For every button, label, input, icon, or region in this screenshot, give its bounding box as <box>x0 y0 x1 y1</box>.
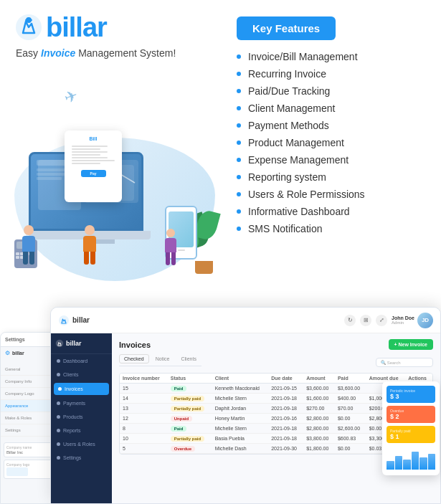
settings-logo-row: ⚙ billar <box>5 350 52 356</box>
feature-item-10: Informative Dashboard <box>237 206 427 217</box>
col-due-date: Due date <box>268 374 303 384</box>
side-card-orange: Overdue $ 2 <box>387 406 435 423</box>
settings-item-settings[interactable]: Settings <box>1 424 57 437</box>
laptop-illustration: Bill Pay <box>29 152 172 267</box>
settings-panel: Settings ⚙ billar General Company Info C… <box>0 332 57 504</box>
bullet-icon-3 <box>237 89 241 93</box>
person-1 <box>18 225 39 268</box>
col-status: Status <box>168 374 212 384</box>
chart-bar-5 <box>419 457 427 470</box>
key-features-button[interactable]: Key Features <box>237 16 336 40</box>
sidebar-item-invoices[interactable]: Invoices <box>54 383 109 395</box>
status-badge: Partially paid <box>171 406 204 412</box>
plant-pot <box>195 261 213 274</box>
bottom-section: Settings ⚙ billar General Company Info C… <box>0 296 441 504</box>
svg-rect-5 <box>37 177 62 180</box>
dashboard-header: billar ↻ ⊞ ⤢ John Doe Admin JD <box>51 308 440 333</box>
status-badge: Overdue <box>171 446 195 452</box>
bullet-icon-4 <box>237 106 241 110</box>
svg-rect-3 <box>37 168 65 171</box>
illustration: ✈ Bill Pay <box>14 66 219 295</box>
nav-dot <box>57 456 60 460</box>
dashboard-logo-text: billar <box>72 316 90 324</box>
bullet-icon-9 <box>237 192 241 196</box>
bullet-icon-5 <box>237 123 241 128</box>
nav-dot <box>57 429 60 432</box>
chart-bar-3 <box>403 460 411 470</box>
settings-item-appearance[interactable]: Appearance <box>1 400 57 412</box>
nav-dot-active <box>58 387 62 391</box>
person-3 <box>161 229 179 268</box>
bullet-icon-6 <box>237 141 241 145</box>
sidebar-item-users-roles[interactable]: Users & Roles <box>51 437 112 451</box>
status-badge: Paid <box>171 426 187 432</box>
dashboard-logo: billar <box>58 315 90 326</box>
grid-icon[interactable]: ⊞ <box>360 315 371 326</box>
right-side: Key Features Invoice/Bill Management Rec… <box>222 13 427 294</box>
user-avatar[interactable]: JD <box>417 313 433 328</box>
tab-checked[interactable]: Checked <box>119 354 149 363</box>
side-card-blue: Periodic invoice $ 3 <box>387 386 435 403</box>
sidebar-item-clients[interactable]: Clients <box>51 368 112 381</box>
feature-item-5: Payment Methods <box>237 120 427 131</box>
feature-item-8: Reporting system <box>237 171 427 183</box>
feature-item-6: Product Management <box>237 137 427 148</box>
expand-icon[interactable]: ⤢ <box>376 315 387 326</box>
page-title: Invoices <box>119 341 384 349</box>
sidebar-item-settings[interactable]: Settings <box>51 451 112 465</box>
logo-text: billar <box>46 14 107 41</box>
mini-chart <box>387 446 435 471</box>
feature-item-2: Recurring Invoice <box>237 68 427 80</box>
tabs-search-row: Checked Notice Clients 🔍 Search <box>119 354 433 371</box>
person-2 <box>79 225 100 268</box>
col-client: Client <box>212 374 269 384</box>
status-badge: Partially paid <box>171 396 204 401</box>
sidebar-item-products[interactable]: Products <box>51 410 112 424</box>
features-list: Invoice/Bill Management Recurring Invoic… <box>237 51 427 234</box>
sidebar-logo: billar <box>51 333 112 354</box>
bullet-icon-11 <box>237 227 241 231</box>
bullet-icon-2 <box>237 72 241 76</box>
settings-item-company-info[interactable]: Company Info <box>1 376 57 388</box>
chart-bar-6 <box>428 454 436 470</box>
nav-dot <box>57 373 60 376</box>
bill-paper: Bill Pay <box>65 130 122 202</box>
nav-dot <box>57 401 60 405</box>
status-badge: Partially paid <box>171 436 204 442</box>
col-paid: Paid <box>335 374 366 384</box>
feature-item-3: Paid/Due Tracking <box>237 85 427 97</box>
settings-item-make-roles[interactable]: Make & Roles <box>1 412 57 424</box>
bullet-icon-10 <box>237 209 241 214</box>
feature-item-4: Client Management <box>237 103 427 114</box>
settings-item-general[interactable]: General <box>1 363 57 376</box>
nav-dot <box>57 415 60 419</box>
paper-plane-icon: ✈ <box>62 86 80 108</box>
dashboard-header-icons: ↻ ⊞ ⤢ John Doe Admin JD <box>344 313 433 328</box>
chart-bar-2 <box>395 456 403 470</box>
chart-bar-4 <box>412 452 419 470</box>
sidebar-item-dashboard[interactable]: Dashboard <box>51 354 112 368</box>
col-amount: Amount <box>303 374 335 384</box>
tagline: Easy Invoice Management System! <box>16 47 222 59</box>
col-invoice-number: Invoice number <box>120 374 168 384</box>
top-section: billar Easy Invoice Management System! ✈… <box>0 0 441 301</box>
sidebar-item-payments[interactable]: Payments <box>51 396 112 410</box>
search-input[interactable]: 🔍 Search <box>376 358 433 367</box>
bill-lines <box>72 144 115 166</box>
dashboard-tabs: Checked Notice Clients <box>119 354 201 366</box>
status-badge: Unpaid <box>171 416 192 422</box>
new-invoice-button[interactable]: + New Invoice <box>389 339 434 350</box>
dashboard-user: John Doe Admin JD <box>392 313 433 328</box>
settings-panel-header: Settings <box>1 333 57 347</box>
sidebar-logo-text: billar <box>66 340 82 347</box>
tab-notice[interactable]: Notice <box>151 354 175 363</box>
feature-item-1: Invoice/Bill Management <box>237 51 427 62</box>
bill-label: Bill <box>90 136 98 141</box>
nav-dot <box>57 359 60 363</box>
left-side: billar Easy Invoice Management System! ✈… <box>14 13 222 294</box>
dashboard-logo-icon <box>58 315 70 326</box>
settings-item-company-logo[interactable]: Company Logo <box>1 388 57 400</box>
refresh-icon[interactable]: ↻ <box>344 315 356 326</box>
sidebar-item-reports[interactable]: Reports <box>51 424 112 437</box>
tab-clients[interactable]: Clients <box>176 354 201 363</box>
